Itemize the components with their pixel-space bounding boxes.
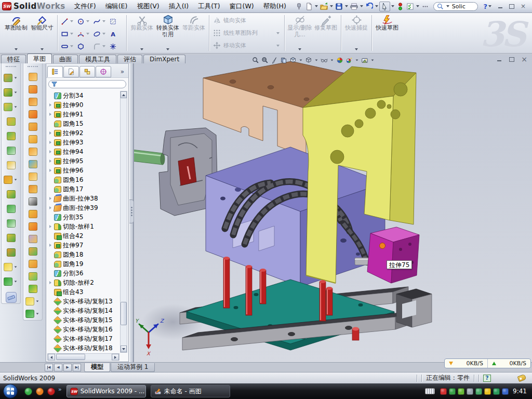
text-tool[interactable]: A (108, 30, 124, 38)
shell-icon[interactable] (7, 216, 16, 231)
solidworks-quicklaunch-icon[interactable] (47, 388, 55, 395)
minimize-button[interactable] (497, 3, 504, 9)
chevron-down-icon[interactable] (70, 20, 73, 22)
instant3d-icon[interactable] (4, 260, 18, 274)
manager-tabs-chevron[interactable]: » (121, 68, 124, 75)
fillet-icon[interactable] (4, 100, 18, 114)
featuremanager-tab[interactable] (47, 66, 63, 77)
tab-曲面[interactable]: 曲面 (53, 55, 78, 63)
ribbon-button-智能尺寸[interactable]: 智能尺寸 (29, 14, 55, 52)
tree-item[interactable]: 圆角19 (48, 259, 119, 269)
zoom-to-fit-icon[interactable] (251, 56, 260, 64)
section-view-icon[interactable] (270, 56, 278, 64)
filled-surface-icon[interactable] (29, 133, 37, 145)
horizontal-scroll-thumb[interactable] (56, 354, 85, 360)
warning-icon[interactable] (484, 388, 491, 395)
planar-surface-icon[interactable] (29, 145, 37, 158)
swept-boss-icon[interactable] (7, 114, 16, 129)
extruded-cut-icon[interactable] (4, 85, 18, 100)
update-icon[interactable] (458, 388, 464, 395)
close-button[interactable]: × (520, 3, 527, 9)
chevron-down-icon[interactable] (86, 33, 89, 35)
surface-curves-icon[interactable] (25, 308, 40, 320)
expand-arrow-icon[interactable] (49, 197, 51, 200)
tree-item[interactable]: 分割34 (48, 91, 119, 100)
thicken-icon[interactable] (29, 183, 37, 195)
ellipse-tool[interactable] (92, 30, 108, 38)
toolbar-grip[interactable] (28, 66, 38, 69)
tree-item[interactable]: 拉伸93 (48, 138, 119, 147)
dome-icon[interactable] (29, 283, 37, 295)
launcher-icon[interactable] (36, 388, 44, 395)
untrim-surface-icon[interactable] (29, 233, 37, 245)
delete-face-icon[interactable] (29, 195, 37, 208)
chevron-down-icon[interactable] (15, 281, 17, 282)
chevron-down-icon[interactable] (166, 48, 169, 50)
start-button[interactable] (3, 383, 18, 399)
rib-icon[interactable] (7, 187, 16, 202)
apply-scene-icon[interactable] (345, 56, 353, 64)
lofted-surface-icon[interactable] (29, 108, 37, 121)
undo-icon[interactable] (364, 2, 374, 11)
chevron-down-icon[interactable] (15, 266, 17, 268)
scroll-right-button[interactable] (112, 354, 119, 361)
help-button[interactable]: ? (483, 3, 487, 10)
spline-tool[interactable] (92, 18, 108, 25)
tree-item[interactable]: 拉伸97 (48, 241, 119, 250)
ribbon-button-显示/删除几...[interactable]: 显示/删除几... (287, 14, 313, 52)
camera-view-icon[interactable] (361, 56, 369, 64)
quick-tips-icon[interactable]: ? (483, 375, 491, 382)
measure-tool-pressed[interactable] (6, 292, 17, 303)
display-style-icon[interactable] (304, 56, 313, 64)
toolbar-grip[interactable] (6, 66, 16, 69)
search-box[interactable]: Solic (433, 2, 478, 11)
open-icon[interactable] (319, 2, 329, 11)
chevron-down-icon[interactable] (356, 59, 358, 61)
tree-item[interactable]: 实体-移动/复制18 (48, 343, 119, 353)
tree-item[interactable]: 组合43 (48, 287, 119, 297)
ribbon-button-移动实体[interactable]: 移动实体 (211, 40, 282, 51)
expand-arrow-icon[interactable] (49, 159, 51, 163)
messenger-icon[interactable] (24, 388, 32, 395)
tree-filter-box[interactable] (48, 80, 126, 88)
tree-item[interactable]: 圆角17 (48, 184, 119, 194)
doc-tab-运动算例 1[interactable]: 运动算例 1 (111, 363, 155, 372)
tree-item[interactable]: 分割35 (48, 212, 119, 222)
scroll-down-button[interactable] (121, 345, 127, 352)
chevron-down-icon[interactable] (102, 45, 105, 47)
boundary-surface-icon[interactable] (29, 121, 37, 133)
keyboard-icon[interactable] (425, 388, 435, 394)
chevron-down-icon[interactable] (15, 179, 17, 180)
menu-视图(V)[interactable]: 视图(V) (132, 1, 164, 12)
menu-工具(T)[interactable]: 工具(T) (193, 1, 224, 12)
slot-tool[interactable] (60, 43, 76, 50)
shield-icon[interactable] (449, 388, 456, 395)
dimxpertmanager-tab[interactable] (96, 66, 111, 77)
revolved-surface-icon[interactable] (29, 83, 37, 96)
tree-item[interactable]: 实体-移动/复制15 (48, 315, 119, 325)
menu-窗口(W)[interactable]: 窗口(W) (225, 1, 259, 12)
linear-pattern-icon[interactable] (4, 172, 18, 187)
expand-arrow-icon[interactable] (49, 141, 51, 144)
sync-icon[interactable] (502, 388, 509, 395)
vertical-scroll-thumb[interactable] (121, 302, 127, 325)
chevron-down-icon[interactable] (330, 5, 333, 7)
chevron-down-icon[interactable] (70, 33, 73, 35)
tree-item[interactable]: 拉伸91 (48, 110, 119, 119)
last-tab-button[interactable]: ▶ (73, 364, 81, 371)
graphics-viewport[interactable]: Y Z X × 拉伸75 (134, 55, 532, 362)
doc-tab-模型[interactable]: 模型 (84, 363, 110, 372)
ruled-surface-icon[interactable] (29, 258, 37, 270)
wrap-icon[interactable] (7, 158, 16, 172)
freeform-icon[interactable] (29, 158, 37, 170)
point-tool[interactable] (108, 43, 124, 50)
move-copy-body-icon[interactable] (7, 245, 16, 260)
chevron-down-icon[interactable] (371, 59, 374, 61)
tree-horizontal-scrollbar[interactable] (47, 353, 119, 361)
knit-surface-icon[interactable] (29, 220, 37, 233)
chevron-down-icon[interactable] (102, 20, 105, 22)
quick-launch-chevron[interactable]: » (58, 386, 62, 393)
tab-评估[interactable]: 评估 (117, 55, 142, 63)
ribbon-button-镜向实体[interactable]: 镜向实体 (211, 15, 282, 26)
combine-icon[interactable] (7, 231, 16, 245)
